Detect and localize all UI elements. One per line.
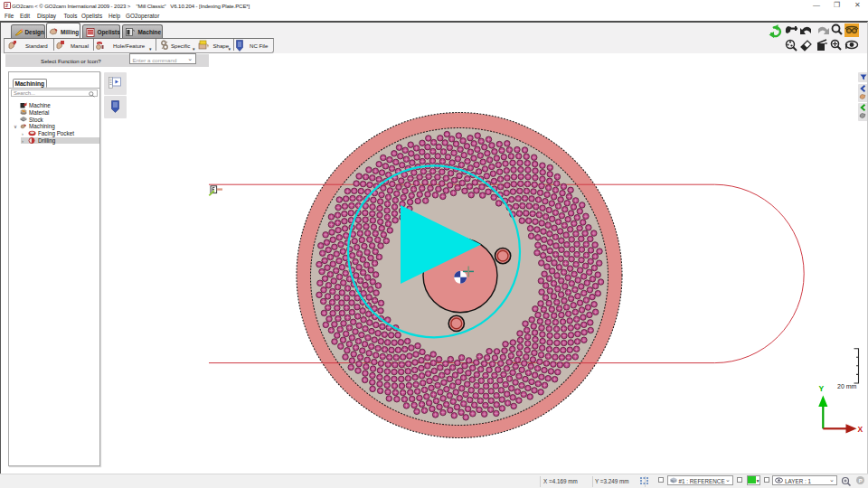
svg-text:X: X (858, 425, 863, 434)
svg-text:20 mm: 20 mm (837, 383, 857, 389)
svg-text:Y: Y (819, 384, 825, 393)
